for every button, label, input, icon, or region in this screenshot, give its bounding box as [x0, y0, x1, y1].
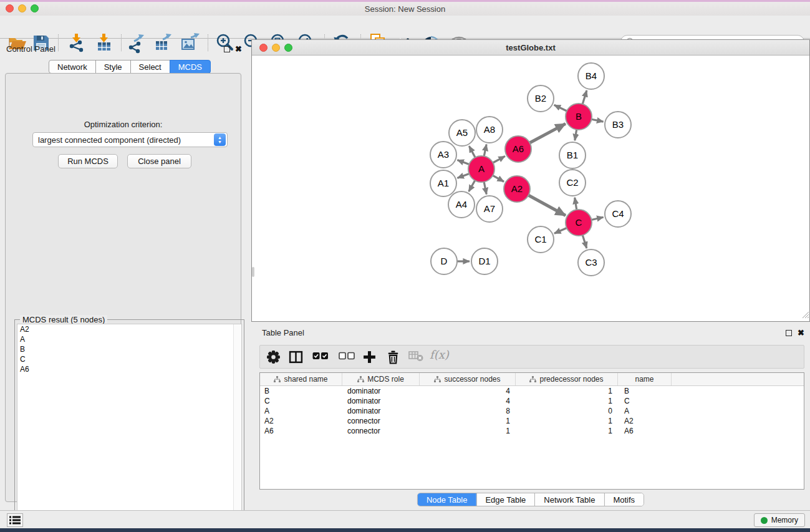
close-panel-button[interactable]: Close panel — [127, 154, 191, 168]
mcds-result-list: A2ABCA6 — [17, 324, 242, 532]
control-panel: Control Panel ✖ Network Style Select MCD… — [0, 39, 246, 510]
memory-button[interactable]: Memory — [754, 513, 805, 527]
graph-edge-B-B3[interactable] — [592, 119, 604, 122]
run-mcds-button[interactable]: Run MCDS — [58, 154, 118, 168]
function-builder-icon[interactable]: f(x) — [430, 348, 449, 361]
float-table-panel-icon[interactable] — [786, 330, 792, 336]
tab-style[interactable]: Style — [95, 60, 131, 74]
graph-edge-A-A6[interactable] — [493, 156, 504, 163]
graph-edge-A2-C[interactable] — [528, 195, 565, 215]
tab-network[interactable]: Network — [49, 60, 96, 74]
hierarchy-icon — [357, 376, 364, 382]
graph-node-label-D: D — [441, 256, 448, 266]
column-header-successor-nodes[interactable]: successor nodes — [420, 373, 516, 385]
table-row[interactable]: Bdominator41B — [260, 386, 804, 396]
resize-grip[interactable] — [801, 309, 809, 321]
graph-edge-A-A1[interactable] — [457, 173, 469, 178]
graph-edge-A-A5[interactable] — [469, 146, 475, 157]
graph-edge-A-A3[interactable] — [457, 160, 469, 164]
table-panel: Table Panel ✖ f(x) shared name — [251, 324, 810, 510]
result-list-scrollbar[interactable] — [233, 324, 241, 531]
add-column-icon[interactable] — [362, 350, 377, 367]
tab-mcds[interactable]: MCDS — [170, 60, 211, 74]
column-header-mcds-role[interactable]: MCDS role — [342, 373, 420, 385]
graph-node-label-A4: A4 — [456, 199, 467, 210]
table-cell: connector — [342, 417, 420, 425]
graph-edge-A-A8[interactable] — [484, 145, 486, 157]
deselect-all-icon[interactable] — [339, 351, 355, 363]
select-all-icon[interactable] — [312, 351, 329, 363]
graph-edge-A-A4[interactable] — [469, 180, 475, 191]
graph-edge-B-B4[interactable] — [582, 90, 587, 104]
criterion-dropdown[interactable]: largest connected component (directed) ▲… — [32, 132, 228, 147]
mcds-result-item[interactable]: A2 — [17, 324, 241, 334]
table-cell: 1 — [420, 427, 516, 435]
graph-node-label-B3: B3 — [612, 119, 624, 130]
delete-table-icon[interactable] — [408, 351, 424, 364]
graph-edge-B-B1[interactable] — [575, 130, 577, 141]
table-row[interactable]: Cdominator41C — [260, 396, 804, 406]
network-graph: B4B2BB3A5A8A6B1A3AC2A1A2A4A7C4CC1C3DD1 — [253, 56, 809, 322]
float-panel-icon[interactable] — [224, 46, 230, 52]
table-cell: A6 — [618, 427, 672, 435]
graph-edge-C-C3[interactable] — [582, 235, 587, 248]
table-cell: 8 — [420, 407, 516, 415]
graph-node-label-A8: A8 — [484, 124, 495, 135]
tab-select[interactable]: Select — [130, 60, 170, 74]
close-panel-icon[interactable]: ✖ — [235, 46, 242, 53]
network-window-titlebar: testGlobe.txt — [252, 40, 809, 56]
column-header-predecessor-nodes[interactable]: predecessor nodes — [516, 373, 618, 385]
show-task-history-button[interactable] — [7, 513, 23, 527]
graph-edge-C-C1[interactable] — [554, 228, 567, 233]
network-canvas[interactable]: B4B2BB3A5A8A6B1A3AC2A1A2A4A7C4CC1C3DD1 — [253, 56, 809, 324]
graph-node-label-C4: C4 — [612, 208, 624, 219]
tab-motifs[interactable]: Motifs — [604, 493, 644, 506]
column-header-name[interactable]: name — [618, 373, 672, 385]
canvas-scrollbar[interactable] — [252, 267, 254, 277]
close-table-panel-icon[interactable]: ✖ — [798, 329, 804, 337]
graph-edge-B-B2[interactable] — [554, 105, 567, 111]
table-cell: dominator — [342, 397, 420, 405]
graph-edge-A6-B[interactable] — [530, 123, 566, 143]
optimization-criterion-label: Optimization criterion: — [6, 120, 241, 129]
graph-node-label-C2: C2 — [566, 177, 578, 188]
desktop-edge — [0, 528, 810, 532]
table-cell: A6 — [260, 427, 342, 435]
graph-node-label-B2: B2 — [535, 93, 546, 104]
column-header-shared-name[interactable]: shared name — [260, 373, 342, 385]
table-cell: dominator — [342, 407, 420, 415]
mcds-result-item[interactable]: A6 — [17, 364, 241, 374]
table-cell: A — [618, 407, 672, 415]
table-cell: 4 — [420, 387, 516, 395]
tab-network-table[interactable]: Network Table — [534, 493, 604, 506]
graph-edge-A-A7[interactable] — [484, 182, 486, 195]
status-bar: Memory — [0, 510, 810, 528]
toggle-column-view-icon[interactable] — [289, 350, 303, 367]
graph-edge-C-C4[interactable] — [591, 217, 603, 220]
mcds-result-item[interactable]: A — [17, 334, 241, 344]
mcds-result-item[interactable]: B — [17, 344, 241, 354]
table-row[interactable]: Adominator80A — [260, 406, 804, 416]
table-cell: 0 — [516, 407, 618, 415]
graph-edge-C-C2[interactable] — [575, 198, 577, 210]
hierarchy-icon — [529, 376, 536, 382]
settings-gear-icon[interactable] — [266, 350, 281, 367]
table-tabs: Node Table Edge Table Network Table Moti… — [417, 493, 644, 506]
mcds-result-item[interactable]: C — [17, 354, 241, 364]
dropdown-stepper-icon: ▲▼ — [214, 133, 226, 146]
graph-edge-A-A2[interactable] — [493, 175, 504, 181]
graph-node-label-A2: A2 — [511, 183, 523, 194]
table-row[interactable]: A6connector11A6 — [260, 426, 804, 436]
control-panel-title: Control Panel — [6, 44, 55, 54]
delete-column-icon[interactable] — [386, 350, 400, 367]
tab-edge-table[interactable]: Edge Table — [476, 493, 534, 506]
graph-node-label-C1: C1 — [534, 234, 546, 244]
mcds-result-items: A2ABCA6 — [17, 324, 241, 374]
tab-node-table[interactable]: Node Table — [418, 493, 476, 506]
table-cell: A — [260, 407, 342, 415]
graph-node-label-A: A — [478, 163, 485, 174]
table-cell: B — [260, 387, 342, 395]
table-cell: C — [618, 397, 672, 405]
table-row[interactable]: A2connector11A2 — [260, 416, 804, 426]
graph-node-label-B4: B4 — [586, 70, 597, 81]
